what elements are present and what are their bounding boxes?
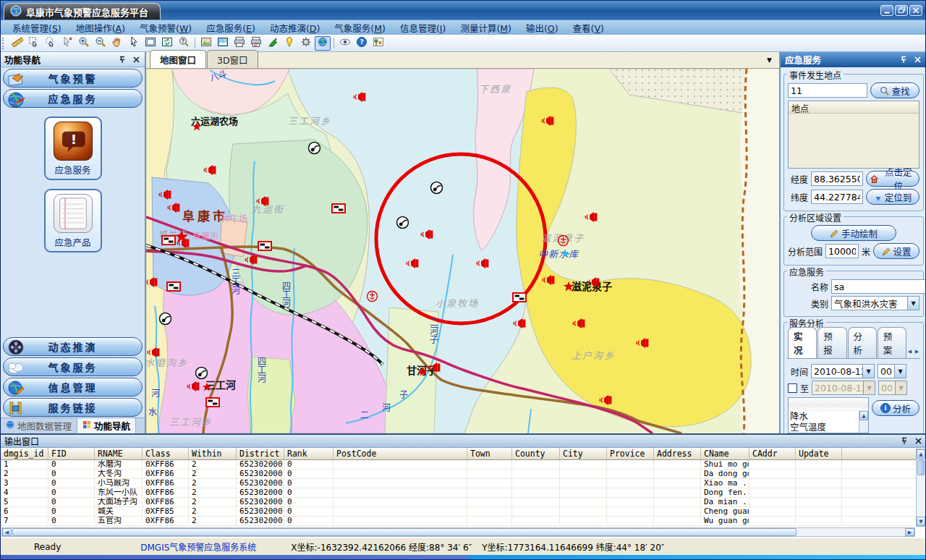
service-type-select[interactable]: 气象和洪水灾害 ▼ — [831, 296, 919, 310]
analysis-tab-预报[interactable]: 预报 — [817, 327, 846, 358]
manual-draw-button[interactable]: 手动绘制 — [811, 225, 896, 241]
analysis-range-input[interactable] — [825, 244, 859, 258]
map-canvas[interactable]: 六运湖农场三工河乡下西泉九运街阜康市城关镇阜康市种牛场滋泥泉子滋泥泉子中新水库小… — [146, 69, 779, 433]
pin-icon[interactable] — [117, 54, 127, 64]
search-button[interactable]: 查找 — [870, 82, 919, 98]
column-header-CName[interactable]: CName — [701, 448, 749, 459]
column-header-Rank[interactable]: Rank — [284, 448, 334, 459]
click-locate-button[interactable]: 点击定位 — [866, 171, 919, 187]
output-vertical-scrollbar[interactable]: ▲ ▼ — [916, 449, 926, 527]
menu-item-3[interactable]: 气象预警(W) — [132, 20, 199, 36]
nav-section-动态推演[interactable]: 动态推演 — [3, 337, 143, 356]
goto-location-button[interactable]: 定位到 — [866, 189, 919, 205]
location-keyword-input[interactable] — [788, 83, 867, 98]
tab-list-dropdown-icon[interactable]: ▼ — [767, 56, 772, 64]
chevron-down-icon[interactable]: ▼ — [894, 365, 906, 378]
tool-scene-button[interactable] — [370, 36, 386, 51]
close-icon[interactable] — [131, 54, 141, 64]
tool-zoom-out-button[interactable] — [93, 36, 109, 51]
tool-refresh-button[interactable] — [159, 36, 175, 51]
nav-section-应急服务[interactable]: 应急服务 — [3, 89, 143, 108]
nav-section-服务链接[interactable]: 服务链接 — [3, 398, 143, 417]
column-header-Provice[interactable]: Provice — [607, 448, 654, 459]
pin-icon[interactable] — [899, 436, 909, 446]
tool-deselect-button[interactable] — [59, 36, 75, 51]
tool-lasso-select-button[interactable] — [43, 36, 59, 51]
menu-item-6[interactable]: 气象服务(M) — [327, 20, 393, 36]
nav-section-信息管理[interactable]: 信息管理 — [3, 378, 143, 396]
column-header-Class[interactable]: Class — [143, 448, 189, 459]
element-list-item[interactable]: 空气温度 — [789, 422, 868, 433]
table-row[interactable]: 10水磨沟0XFF8626523020000Shui mo gou — [1, 460, 916, 470]
column-header-District[interactable]: District — [237, 448, 284, 459]
close-button[interactable] — [909, 5, 922, 16]
tool-pan-button[interactable] — [109, 36, 125, 51]
scroll-down-icon[interactable]: ▼ — [917, 517, 925, 526]
tool-print-button[interactable] — [232, 36, 247, 51]
scroll-up-icon[interactable]: ▲ — [917, 449, 925, 459]
map-tab-3D窗口[interactable]: 3D窗口 — [207, 50, 258, 68]
restore-button[interactable] — [895, 5, 908, 16]
pin-icon[interactable] — [899, 55, 909, 65]
scrollbar-thumb[interactable] — [917, 459, 925, 475]
analyze-button[interactable]: i 分析 — [872, 400, 919, 416]
minimize-button[interactable] — [880, 5, 893, 16]
output-horizontal-scrollbar[interactable]: ◀ ▶ — [1, 527, 915, 537]
element-list-item[interactable]: 降水 — [789, 411, 868, 422]
nav-section-气象服务[interactable]: 气象服务 — [3, 357, 143, 376]
table-row[interactable]: 40东风一小队0XFF8626523020000Dong fen... — [1, 488, 916, 498]
menu-item-7[interactable]: 信息管理(I) — [393, 20, 453, 36]
nav-tab-地图数据管理[interactable]: 地图数据管理 — [1, 418, 77, 433]
menu-item-9[interactable]: 输出(O) — [519, 20, 566, 36]
table-row[interactable]: 50大面场子沟0XFF8626523020000Da mian ... — [1, 498, 916, 507]
menu-item-1[interactable]: 系统管理(S) — [5, 20, 69, 36]
tool-eye-button[interactable] — [337, 36, 353, 51]
service-name-input[interactable] — [831, 279, 926, 294]
shortcut-应急产品[interactable]: 应急产品 — [44, 189, 102, 253]
tool-zoom-in-button[interactable] — [76, 36, 92, 51]
menu-item-8[interactable]: 测量计算(M) — [453, 20, 519, 36]
tool-pick-arrow-button[interactable] — [265, 36, 281, 51]
to-date-checkbox[interactable] — [788, 383, 797, 393]
scroll-up-icon[interactable]: ▲ — [859, 411, 868, 420]
table-row[interactable]: 30小马厩沟0XFF8626523020000Xiao ma ... — [1, 479, 916, 488]
tool-measure-button[interactable] — [9, 36, 25, 51]
nav-tab-功能导航[interactable]: 功能导航 — [77, 418, 136, 433]
close-icon[interactable] — [913, 436, 923, 446]
menu-item-10[interactable]: 查看(V) — [566, 20, 611, 36]
menu-item-2[interactable]: 地图操作(A) — [69, 20, 132, 36]
element-listbox[interactable]: 降水空气温度 ▲ — [788, 397, 869, 433]
table-row[interactable]: 20大冬沟0XFF8626523020000Da dong gou — [1, 470, 916, 479]
table-row[interactable]: 60城关0XFF8526523020000Cheng guan — [1, 507, 916, 517]
column-header-CAddr[interactable]: CAddr — [749, 448, 796, 459]
tool-full-extent-button[interactable] — [143, 36, 158, 51]
column-header-FID[interactable]: FID — [48, 448, 95, 459]
chevron-down-icon[interactable]: ▼ — [862, 365, 874, 378]
column-header-Town[interactable]: Town — [467, 448, 512, 459]
tool-placemark-button[interactable] — [281, 36, 297, 51]
tool-globe-3d-button[interactable] — [315, 36, 331, 51]
map-tab-地图窗口[interactable]: 地图窗口 — [150, 50, 206, 68]
scrollbar-thumb[interactable] — [12, 528, 797, 536]
tool-export-map-button[interactable] — [198, 36, 214, 51]
shortcut-应急服务[interactable]: !应急服务 — [44, 116, 102, 180]
menu-item-4[interactable]: 应急服务(E) — [199, 20, 263, 36]
location-list[interactable]: 地点 — [788, 101, 919, 169]
chevron-down-icon[interactable]: ▼ — [907, 297, 919, 310]
tool-settings-button[interactable] — [298, 36, 314, 51]
scroll-left-icon[interactable]: ◀ — [2, 528, 12, 536]
analysis-tab-预案[interactable]: 预案 — [878, 327, 906, 358]
analysis-tab-实况[interactable]: 实况 — [788, 327, 817, 358]
column-header-Address[interactable]: Address — [654, 448, 701, 459]
table-row[interactable]: 70五官沟0XFF8626523020000Wu guan gou — [1, 517, 916, 526]
menu-item-5[interactable]: 动态推演(D) — [263, 20, 327, 36]
tab-scroll-left-icon[interactable]: ◀ — [906, 347, 913, 357]
column-header-PostCode[interactable]: PostCode — [334, 448, 467, 459]
set-range-button[interactable]: 设置 — [873, 243, 919, 259]
tool-print-preview-button[interactable] — [248, 36, 264, 51]
tool-help-button[interactable]: ? — [354, 36, 370, 51]
tool-pointer-button[interactable] — [126, 36, 142, 51]
listbox-scrollbar[interactable]: ▲ — [859, 411, 868, 433]
longitude-input[interactable] — [811, 171, 863, 186]
column-header-RNAME[interactable]: RNAME — [95, 448, 143, 459]
